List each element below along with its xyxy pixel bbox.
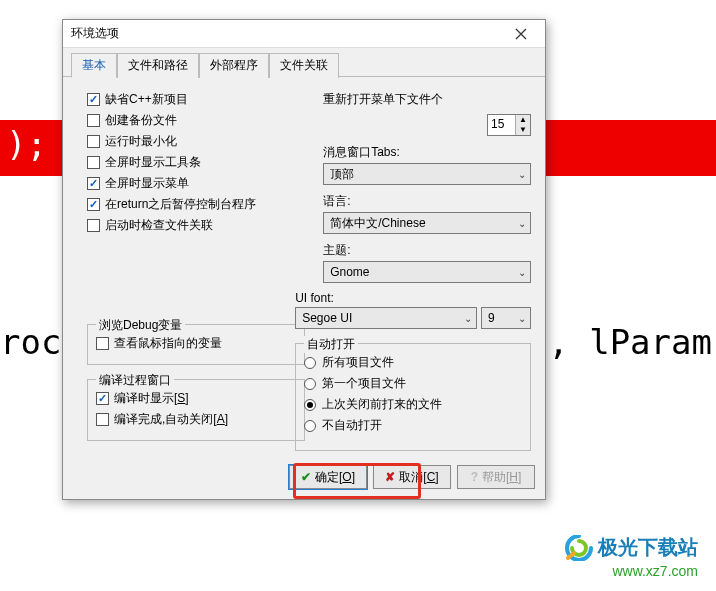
left-column: 缺省C++新项目 创建备份文件 运行时最小化 全屏时显示工具条 全屏时显示菜单 … <box>87 91 305 451</box>
spin-up-icon[interactable]: ▲ <box>516 115 530 125</box>
chk-compile-show-label: 编译时显示[S] <box>114 390 189 407</box>
chk-mouse-var-label: 查看鼠标指向的变量 <box>114 335 222 352</box>
tab-external[interactable]: 外部程序 <box>199 53 269 78</box>
radio-last-closed[interactable] <box>304 399 316 411</box>
chk-pause-return-label: 在return之后暂停控制台程序 <box>105 196 256 213</box>
chk-backup-label: 创建备份文件 <box>105 112 177 129</box>
titlebar: 环境选项 <box>63 20 545 48</box>
tab-bar: 基本 文件和路径 外部程序 文件关联 <box>63 48 545 77</box>
question-icon: ? <box>471 470 478 484</box>
uifont-label: UI font: <box>295 291 531 305</box>
chk-check-assoc[interactable] <box>87 219 100 232</box>
right-column: 重新打开菜单下文件个 15 ▲▼ 消息窗口Tabs: 顶部⌄ 语言: 简体中文/… <box>323 91 531 451</box>
chk-fullscreen-toolbar[interactable] <box>87 156 100 169</box>
chk-fullscreen-menu[interactable] <box>87 177 100 190</box>
debug-group: 浏览Debug变量 查看鼠标指向的变量 <box>87 324 305 365</box>
tabspos-label: 消息窗口Tabs: <box>323 144 531 161</box>
check-icon: ✔ <box>301 470 311 484</box>
chk-compile-show[interactable] <box>96 392 109 405</box>
chk-mouse-var[interactable] <box>96 337 109 350</box>
radio-all-files-label: 所有项目文件 <box>322 354 394 371</box>
chk-default-cpp[interactable] <box>87 93 100 106</box>
compile-group: 编译过程窗口 编译时显示[S] 编译完成,自动关闭[A] <box>87 379 305 441</box>
x-icon: ✘ <box>385 470 395 484</box>
chk-default-cpp-label: 缺省C++新项目 <box>105 91 188 108</box>
lang-select[interactable]: 简体中文/Chinese⌄ <box>323 212 531 234</box>
radio-none-label: 不自动打开 <box>322 417 382 434</box>
compile-group-title: 编译过程窗口 <box>96 372 174 389</box>
tab-assoc[interactable]: 文件关联 <box>269 53 339 78</box>
dialog-body: 缺省C++新项目 创建备份文件 运行时最小化 全屏时显示工具条 全屏时显示菜单 … <box>63 77 545 459</box>
chevron-down-icon: ⌄ <box>518 169 526 180</box>
chk-compile-autoclose[interactable] <box>96 413 109 426</box>
chk-minimize[interactable] <box>87 135 100 148</box>
reopen-spinner[interactable]: 15 ▲▼ <box>487 114 531 136</box>
chk-fullscreen-menu-label: 全屏时显示菜单 <box>105 175 189 192</box>
chk-compile-autoclose-label: 编译完成,自动关闭[A] <box>114 411 228 428</box>
autoopen-title: 自动打开 <box>304 336 358 353</box>
uifont-size-select[interactable]: 9⌄ <box>481 307 531 329</box>
chk-minimize-label: 运行时最小化 <box>105 133 177 150</box>
cancel-button[interactable]: ✘取消[C] <box>373 465 451 489</box>
reopen-value: 15 <box>488 115 515 135</box>
radio-last-closed-label: 上次关闭前打来的文件 <box>322 396 442 413</box>
uifont-select[interactable]: Segoe UI⌄ <box>295 307 477 329</box>
radio-none[interactable] <box>304 420 316 432</box>
help-button[interactable]: ?帮助[H] <box>457 465 535 489</box>
tab-paths[interactable]: 文件和路径 <box>117 53 199 78</box>
site-logo: 极光下载站 www.xz7.com <box>564 534 698 579</box>
lang-label: 语言: <box>323 193 531 210</box>
chevron-down-icon: ⌄ <box>518 218 526 229</box>
theme-label: 主题: <box>323 242 531 259</box>
close-icon <box>515 28 527 40</box>
chevron-down-icon: ⌄ <box>518 313 526 324</box>
titlebar-title: 环境选项 <box>71 25 501 42</box>
tabspos-select[interactable]: 顶部⌄ <box>323 163 531 185</box>
theme-select[interactable]: Gnome⌄ <box>323 261 531 283</box>
radio-all-files[interactable] <box>304 357 316 369</box>
chk-pause-return[interactable] <box>87 198 100 211</box>
reopen-label: 重新打开菜单下文件个 <box>323 91 443 108</box>
spin-down-icon[interactable]: ▼ <box>516 125 530 135</box>
dialog-buttons: ✔确定[O] ✘取消[C] ?帮助[H] <box>63 459 545 499</box>
chevron-down-icon: ⌄ <box>518 267 526 278</box>
chk-check-assoc-label: 启动时检查文件关联 <box>105 217 213 234</box>
chk-fullscreen-toolbar-label: 全屏时显示工具条 <box>105 154 201 171</box>
ok-button[interactable]: ✔确定[O] <box>289 465 367 489</box>
close-button[interactable] <box>501 23 541 45</box>
tab-basic[interactable]: 基本 <box>71 53 117 78</box>
environment-options-dialog: 环境选项 基本 文件和路径 外部程序 文件关联 缺省C++新项目 创建备份文件 … <box>62 19 546 500</box>
debug-group-title: 浏览Debug变量 <box>96 317 185 334</box>
logo-swirl-icon <box>564 535 594 561</box>
radio-first-file-label: 第一个项目文件 <box>322 375 406 392</box>
radio-first-file[interactable] <box>304 378 316 390</box>
chk-backup[interactable] <box>87 114 100 127</box>
chevron-down-icon: ⌄ <box>464 313 472 324</box>
autoopen-group: 自动打开 所有项目文件 第一个项目文件 上次关闭前打来的文件 不自动打开 <box>295 343 531 451</box>
